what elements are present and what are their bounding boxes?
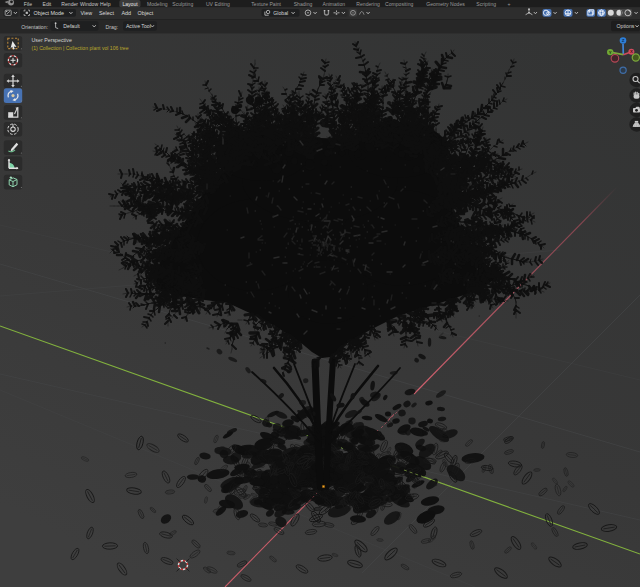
svg-text:Orientation:: Orientation: bbox=[21, 24, 48, 30]
svg-text:Y: Y bbox=[609, 50, 612, 55]
svg-text:Modeling: Modeling bbox=[147, 1, 168, 7]
svg-text:Rendering: Rendering bbox=[356, 1, 380, 7]
svg-text:Compositing: Compositing bbox=[385, 1, 413, 7]
svg-text:Geometry Nodes: Geometry Nodes bbox=[426, 1, 465, 7]
svg-text:X: X bbox=[630, 49, 633, 54]
svg-text:Animation: Animation bbox=[323, 1, 346, 7]
svg-text:Edit: Edit bbox=[43, 1, 52, 7]
svg-text:Scripting: Scripting bbox=[476, 1, 496, 7]
svg-text:User Perspective: User Perspective bbox=[32, 37, 72, 43]
svg-text:Render: Render bbox=[61, 1, 78, 7]
svg-text:Layout: Layout bbox=[122, 1, 138, 7]
svg-text:File: File bbox=[24, 1, 32, 7]
svg-text:+: + bbox=[508, 1, 511, 7]
svg-text:(1) Collection | Collection pl: (1) Collection | Collection plant vol 10… bbox=[32, 45, 129, 51]
svg-text:Add: Add bbox=[121, 10, 131, 16]
svg-text:UV Editing: UV Editing bbox=[206, 1, 230, 7]
svg-text:Global: Global bbox=[273, 10, 288, 16]
svg-text:Options: Options bbox=[617, 23, 635, 29]
svg-text:Shading: Shading bbox=[294, 1, 313, 7]
svg-text:Drag:: Drag: bbox=[106, 24, 119, 30]
svg-text:Active Tool: Active Tool bbox=[126, 23, 151, 29]
svg-text:Object Mode: Object Mode bbox=[34, 10, 65, 16]
svg-text:Object: Object bbox=[138, 10, 154, 16]
svg-text:Window: Window bbox=[80, 1, 98, 7]
svg-text:Z: Z bbox=[622, 38, 625, 43]
svg-text:Sculpting: Sculpting bbox=[172, 1, 193, 7]
svg-text:Texture Paint: Texture Paint bbox=[251, 1, 281, 7]
svg-text:Default: Default bbox=[63, 23, 80, 29]
svg-text:Help: Help bbox=[100, 1, 111, 7]
svg-text:Select: Select bbox=[99, 10, 114, 16]
svg-text:View: View bbox=[81, 10, 93, 16]
